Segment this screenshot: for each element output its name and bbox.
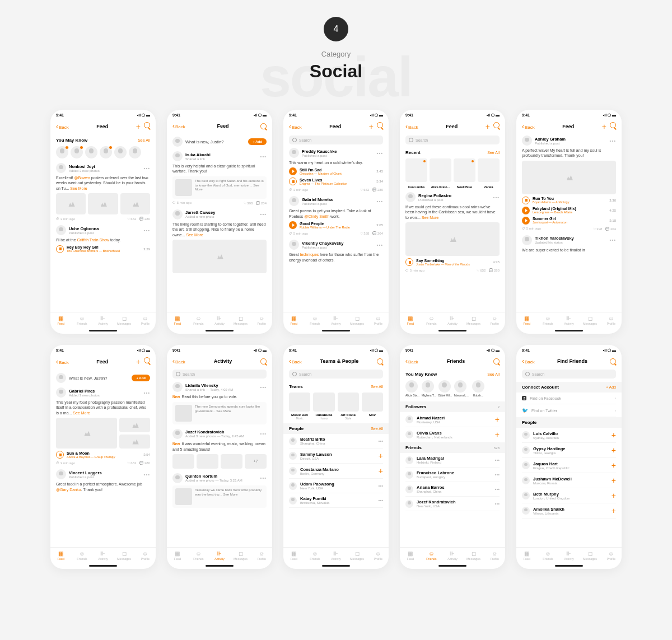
team-card[interactable]: Music BoxMusic — [289, 393, 310, 420]
person-row[interactable]: Ariana BarrosShanghai, China••• — [405, 482, 500, 497]
person-row[interactable]: Amolika ShaikhVilnius, Lithuania+ — [522, 503, 616, 518]
screen-friends: 9:41•ıl ⬡ ▬ BackFriends You May KnowSee … — [400, 345, 505, 569]
add-friend-icon[interactable]: + — [379, 451, 383, 460]
person-row[interactable]: Jozef KondratovichNew York, USA••• — [405, 497, 500, 511]
screen-find-friends: 9:41•ıl ⬡ ▬ BackFind Friends Search Conn… — [516, 345, 622, 569]
avatar — [289, 482, 297, 490]
add-friend-icon[interactable]: + — [612, 461, 616, 470]
add-friend-icon[interactable]: + — [379, 466, 383, 475]
avatar — [289, 437, 297, 445]
add-friend-icon[interactable]: + — [495, 430, 500, 439]
section-title: You May Know — [56, 138, 87, 143]
new-badge: New — [172, 395, 180, 399]
person-row[interactable]: Olivia EvansRotterdam, Netherlands+ — [405, 427, 500, 442]
avatar — [522, 446, 530, 454]
avatar — [522, 461, 530, 469]
compose-input[interactable]: What is new, Justin? — [185, 139, 245, 144]
see-all-link[interactable]: See All — [138, 138, 150, 142]
connect-facebook[interactable]: fFind on Facebook› — [522, 393, 616, 404]
avatar — [522, 507, 530, 515]
more-icon[interactable]: ••• — [144, 166, 150, 171]
twitter-icon: 🐦 — [522, 408, 528, 413]
tab-messages[interactable]: ◻Messages — [114, 315, 135, 325]
search-icon[interactable] — [144, 122, 150, 128]
person-row[interactable]: Sammy LawsonDetroit, USA+ — [289, 449, 383, 464]
avatar — [405, 471, 413, 479]
tab-friends[interactable]: ☺Friends — [72, 315, 93, 325]
avatar — [289, 452, 297, 460]
person-row[interactable]: Luis CalvilloSydney, Australia+ — [522, 428, 616, 443]
home-indicator — [89, 330, 117, 331]
page-title: Social — [0, 61, 672, 82]
more-icon[interactable]: ••• — [495, 487, 500, 492]
nav-title: Feed — [96, 124, 108, 129]
person-row[interactable]: Beatriz BritoShanghai, China••• — [289, 434, 383, 449]
chevron-right-icon: › — [615, 396, 616, 400]
link-preview[interactable]: The best way to fight Satan and his demo… — [172, 176, 267, 199]
person-row[interactable]: Francisco LabroneBudapest, Hungary••• — [405, 468, 500, 482]
screen-feed-2: 9:41•ıl ⬡ ▬ BackFeed What is new, Justin… — [167, 110, 272, 334]
person-row[interactable]: Constanza MarianoBerlin, Germany+ — [289, 464, 383, 479]
add-friend-icon[interactable]: + — [612, 446, 616, 455]
person-row[interactable]: Udom PaowsongNew York, USA••• — [289, 479, 383, 493]
page-header: social 4 Category Social — [0, 17, 672, 82]
screen-feed-4: 9:41•ıl ⬡ ▬ BackFeed+ Search RecentSee A… — [400, 110, 505, 334]
avatar — [405, 415, 413, 423]
screen-feed-1: 9:41•ıl ⬡ ▬ BackFeed+ You May KnowSee Al… — [50, 110, 156, 334]
tab-bar: ▦Feed☺Friends⊪Activity◻Messages☺Profile — [50, 312, 156, 329]
phone-grid: 9:41•ıl ⬡ ▬ BackFeed+ You May KnowSee Al… — [39, 110, 633, 569]
more-icon[interactable]: ••• — [379, 483, 383, 488]
avatar — [405, 431, 413, 438]
connect-twitter[interactable]: 🐦Find on Twitter› — [522, 404, 616, 417]
person-row[interactable]: Ahmad NazeriMonterrey, USA+ — [405, 412, 500, 427]
avatar — [289, 497, 297, 504]
add-icon[interactable]: + — [136, 122, 141, 131]
play-button[interactable] — [289, 167, 297, 175]
add-friend-icon[interactable]: + — [612, 431, 616, 440]
add-button[interactable]: + Add — [248, 138, 267, 145]
avatar — [405, 500, 413, 508]
more-icon[interactable]: ••• — [379, 438, 383, 443]
status-bar: 9:41•ıl ⬡ ▬ — [50, 110, 156, 120]
category-number-badge: 4 — [324, 17, 348, 41]
tab-profile[interactable]: ☺Profile — [134, 315, 156, 325]
avatar[interactable] — [56, 163, 66, 173]
back-button[interactable]: Back — [56, 123, 69, 130]
avatar — [289, 467, 297, 475]
person-row[interactable]: Lara MadrigalHelsinki, Finland••• — [405, 453, 500, 468]
screen-activity: 9:41•ıl ⬡ ▬ BackActivity Search Lidmila … — [167, 345, 272, 569]
image-placeholder[interactable] — [56, 193, 86, 214]
avatar — [405, 456, 413, 464]
suggested-avatars[interactable] — [56, 146, 150, 158]
person-row[interactable]: Jaquon HartPrague, Czech Republic+ — [522, 458, 616, 473]
avatar — [522, 477, 530, 484]
add-friend-icon[interactable]: + — [612, 491, 616, 500]
add-friend-icon[interactable]: + — [612, 476, 616, 485]
person-row[interactable]: Gypsy HardingeTbilisi, Georgia+ — [522, 443, 616, 458]
add-friend-icon[interactable]: + — [612, 506, 616, 515]
person-row[interactable]: Beth MurphyLondon, United Kingdom+ — [522, 488, 616, 503]
tab-activity[interactable]: ⊪Activity — [92, 315, 114, 325]
search-icon[interactable] — [260, 123, 267, 129]
more-icon[interactable]: ••• — [495, 457, 500, 463]
recent-grid[interactable] — [405, 158, 500, 182]
pause-button[interactable] — [56, 245, 64, 253]
avatar — [405, 485, 413, 493]
screen-feed-3: 9:41•ıl ⬡ ▬ BackFeed+ Search Freddy Kaus… — [283, 110, 389, 334]
more-icon[interactable]: ••• — [495, 472, 500, 477]
screen-teams-people: 9:41•ıl ⬡ ▬ BackTeams & People Search Te… — [283, 345, 389, 569]
more-icon[interactable]: ••• — [495, 501, 500, 506]
person-row[interactable]: Jushawn McDowellMoscow, Russia+ — [522, 473, 616, 488]
screen-feed-5: 9:41•ıl ⬡ ▬ BackFeed+ Ashley GrahamPubli… — [516, 110, 622, 334]
avatar — [522, 492, 530, 499]
facebook-icon: f — [522, 396, 526, 400]
tab-feed[interactable]: ▦Feed — [50, 315, 72, 325]
person-row[interactable]: Katay FumikiBratislava, Slovakia••• — [289, 493, 383, 508]
add-friend-icon[interactable]: + — [495, 415, 500, 424]
screen-feed-6: 9:41•ıl ⬡ ▬ BackFeed+ What is new, Justi… — [50, 345, 156, 569]
teams-row: Music BoxMusic HubaBubaHumor Art StoneSt… — [289, 393, 383, 420]
avatar — [522, 431, 530, 439]
more-icon[interactable]: ••• — [379, 498, 383, 503]
search-input[interactable]: Search — [289, 136, 383, 144]
